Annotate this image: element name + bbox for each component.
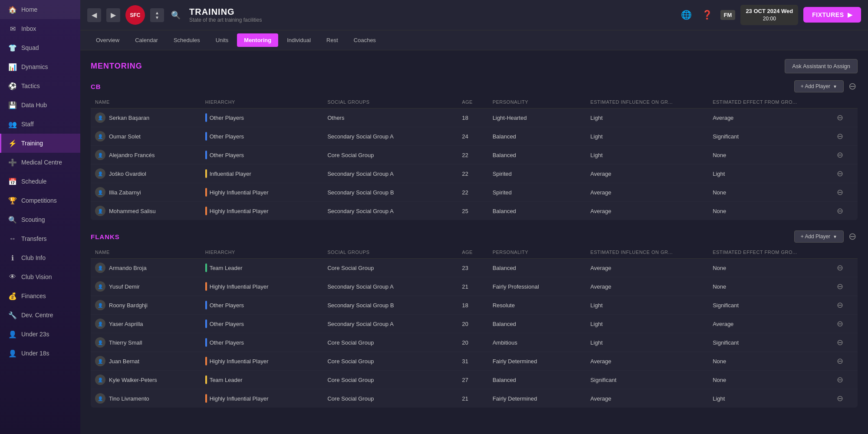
player-name-cell[interactable]: 👤 Tino Livramento	[91, 389, 201, 408]
sidebar-item-datahub[interactable]: 💾 Data Hub	[0, 95, 80, 115]
remove-player-button[interactable]: ⊖	[835, 131, 845, 141]
add-player-label-flanks: + Add Player	[801, 233, 830, 240]
age-cell: 22	[457, 164, 488, 183]
table-row: 👤 Thierry Small Other Players Core Socia…	[91, 333, 858, 352]
age-cell: 20	[457, 333, 488, 352]
remove-player-button[interactable]: ⊖	[835, 168, 845, 179]
sidebar-item-under18[interactable]: 👤 Under 18s	[0, 344, 80, 363]
group-name-cb: CB	[91, 83, 101, 90]
sidebar-item-schedule[interactable]: 📅 Schedule	[0, 172, 80, 191]
remove-player-button[interactable]: ⊖	[835, 187, 845, 197]
hierarchy-cell: Influential Player	[201, 164, 323, 183]
sidebar-item-squad[interactable]: 👕 Squad	[0, 38, 80, 57]
sidebar-item-tactics[interactable]: ⚽ Tactics	[0, 76, 80, 95]
remove-player-button[interactable]: ⊖	[835, 281, 845, 292]
remove-player-button[interactable]: ⊖	[835, 356, 845, 366]
sidebar-item-devcentre[interactable]: 🔧 Dev. Centre	[0, 306, 80, 325]
sidebar-item-training[interactable]: ⚡ Training	[0, 134, 80, 153]
sidebar-item-finances[interactable]: 💰 Finances	[0, 286, 80, 306]
player-name: Illia Zabarnyi	[109, 189, 141, 196]
sidebar-item-inbox[interactable]: ✉ Inbox	[0, 19, 80, 38]
sidebar-item-transfers[interactable]: ↔ Transfers	[0, 229, 80, 248]
forward-button[interactable]: ▶	[106, 8, 120, 22]
table-row: 👤 Yaser Asprilla Other Players Secondary…	[91, 315, 858, 333]
groups-container: CB + Add Player ▼ ⊖ NAMEHIERARCHYSOCIAL …	[91, 80, 858, 408]
player-name-cell[interactable]: 👤 Roony Bardghji	[91, 296, 201, 315]
effect-cell: None	[708, 277, 831, 296]
remove-group-button-flanks[interactable]: ⊖	[847, 231, 858, 242]
personality-cell: Fairly Professional	[488, 277, 586, 296]
fixtures-button[interactable]: FIXTURES ▶	[803, 7, 861, 23]
player-name-cell[interactable]: 👤 Yaser Asprilla	[91, 315, 201, 333]
remove-player-button[interactable]: ⊖	[835, 375, 845, 385]
add-player-button-cb[interactable]: + Add Player ▼	[794, 80, 844, 92]
hierarchy-bar-icon	[205, 338, 207, 347]
sidebar-item-under23[interactable]: 👤 Under 23s	[0, 325, 80, 344]
player-name-cell[interactable]: 👤 Armando Broja	[91, 259, 201, 277]
effect-cell: None	[708, 259, 831, 277]
date-display: 23 OCT 2024 Wed	[746, 7, 793, 15]
remove-player-button[interactable]: ⊖	[835, 319, 845, 329]
personality-cell: Balanced	[488, 259, 586, 277]
tab-schedules[interactable]: Schedules	[167, 33, 207, 47]
tab-coaches[interactable]: Coaches	[347, 33, 383, 47]
tab-overview[interactable]: Overview	[89, 33, 126, 47]
player-name-cell[interactable]: 👤 Yusuf Demir	[91, 277, 201, 296]
table-cb: NAMEHIERARCHYSOCIAL GROUPSAGEPERSONALITY…	[91, 96, 858, 220]
tab-units[interactable]: Units	[209, 33, 236, 47]
player-name-cell[interactable]: 👤 Illia Zabarnyi	[91, 183, 201, 202]
player-name-cell[interactable]: 👤 Joško Gvardiol	[91, 164, 201, 183]
player-name-cell[interactable]: 👤 Oumar Solet	[91, 127, 201, 146]
col-header-social_groups: SOCIAL GROUPS	[323, 96, 457, 108]
sidebar-item-scouting[interactable]: 🔍 Scouting	[0, 210, 80, 229]
player-avatar: 👤	[95, 263, 105, 273]
section-title: MENTORING	[91, 62, 142, 71]
sidebar-item-competitions[interactable]: 🏆 Competitions	[0, 191, 80, 210]
remove-player-button[interactable]: ⊖	[835, 206, 845, 216]
player-name-cell[interactable]: 👤 Juan Bernat	[91, 352, 201, 371]
influence-cell: Average	[586, 183, 708, 202]
sidebar-item-clubvision[interactable]: 👁 Club Vision	[0, 267, 80, 286]
search-button[interactable]: 🔍	[169, 9, 182, 22]
help-icon-button[interactable]: ❓	[700, 7, 715, 23]
sidebar-label-dynamics: Dynamics	[21, 63, 48, 70]
hierarchy-bar-icon	[205, 188, 207, 197]
table-row: 👤 Juan Bernat Highly Influential Player …	[91, 352, 858, 371]
social-group-cell: Secondary Social Group A	[323, 127, 457, 146]
tab-rest[interactable]: Rest	[319, 33, 345, 47]
remove-player-button[interactable]: ⊖	[835, 393, 845, 404]
age-cell: 24	[457, 127, 488, 146]
globe-icon-button[interactable]: 🌐	[679, 7, 694, 23]
tab-individual[interactable]: Individual	[280, 33, 318, 47]
age-cell: 23	[457, 259, 488, 277]
remove-player-button[interactable]: ⊖	[835, 112, 845, 123]
social-group-cell: Secondary Social Group A	[323, 164, 457, 183]
age-cell: 21	[457, 277, 488, 296]
remove-player-button[interactable]: ⊖	[835, 300, 845, 310]
club-nav-up[interactable]: ▲▼	[150, 8, 164, 22]
remove-player-button[interactable]: ⊖	[835, 150, 845, 160]
sidebar-label-devcentre: Dev. Centre	[21, 312, 53, 319]
scouting-icon: 🔍	[8, 215, 17, 224]
player-name-cell[interactable]: 👤 Kyle Walker-Peters	[91, 371, 201, 389]
inbox-icon: ✉	[8, 24, 17, 33]
player-name-cell[interactable]: 👤 Serkan Başaran	[91, 108, 201, 127]
add-player-button-flanks[interactable]: + Add Player ▼	[794, 230, 844, 243]
remove-player-button[interactable]: ⊖	[835, 263, 845, 273]
sidebar-item-medical[interactable]: ➕ Medical Centre	[0, 153, 80, 172]
social-group-cell: Core Social Group	[323, 333, 457, 352]
remove-group-button-cb[interactable]: ⊖	[847, 81, 858, 92]
sidebar-item-clubinfo[interactable]: ℹ Club Info	[0, 248, 80, 267]
player-name-cell[interactable]: 👤 Thierry Small	[91, 333, 201, 352]
player-name-cell[interactable]: 👤 Mohammed Salisu	[91, 202, 201, 220]
tab-calendar[interactable]: Calendar	[128, 33, 165, 47]
player-name-cell[interactable]: 👤 Alejandro Francés	[91, 146, 201, 164]
tab-mentoring[interactable]: Mentoring	[237, 33, 278, 47]
ask-assistant-button[interactable]: Ask Assistant to Assign	[785, 59, 858, 73]
remove-player-button[interactable]: ⊖	[835, 337, 845, 348]
back-button[interactable]: ◀	[87, 8, 101, 22]
sidebar-item-home[interactable]: 🏠 Home	[0, 0, 80, 19]
transfers-icon: ↔	[8, 234, 17, 243]
sidebar-item-dynamics[interactable]: 📊 Dynamics	[0, 57, 80, 76]
sidebar-item-staff[interactable]: 👥 Staff	[0, 115, 80, 134]
